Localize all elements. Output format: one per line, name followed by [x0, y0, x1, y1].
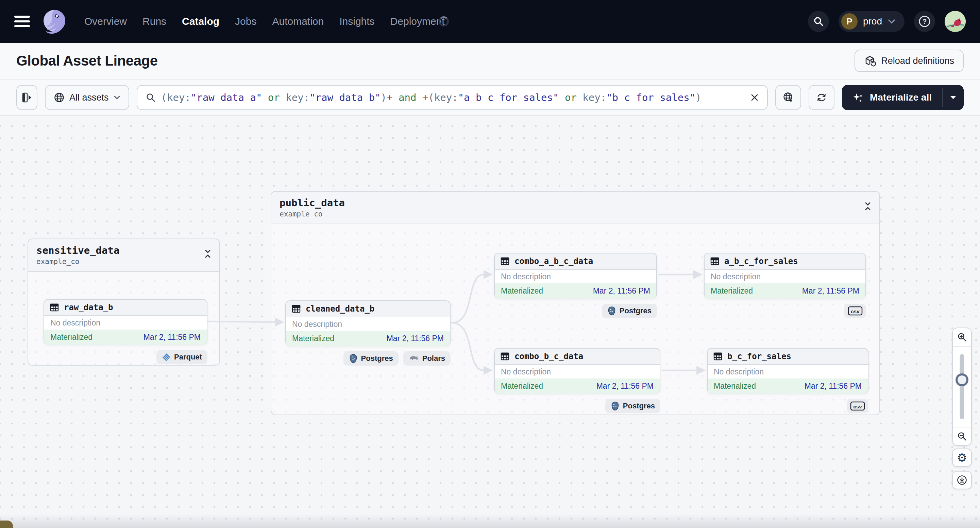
- zoom-slider-track[interactable]: [960, 354, 964, 419]
- user-avatar[interactable]: [945, 11, 966, 32]
- open-panel-icon: [21, 92, 32, 103]
- asset-description: No description: [708, 365, 868, 379]
- nav-item-automation[interactable]: Automation: [272, 16, 324, 27]
- asset-node-combo_b_c_data[interactable]: combo_b_c_data No description Materializ…: [494, 348, 660, 393]
- status-label: Materialized: [711, 286, 753, 296]
- workspace-avatar: P: [841, 13, 858, 30]
- group-subtitle: example_co: [37, 258, 211, 266]
- postgres-badge: Postgres: [602, 304, 657, 318]
- polars-icon: [409, 355, 419, 362]
- page-header: Global Asset Lineage Reload definitions: [0, 43, 980, 79]
- lineage-canvas[interactable]: sensitive_data example_co public_data ex…: [0, 116, 980, 528]
- asset-node-b_c_for_sales[interactable]: b_c_for_sales No description Materialize…: [707, 348, 869, 393]
- asset-status-row[interactable]: Materialized Mar 2, 11:56 PM: [44, 330, 207, 344]
- collapse-group-icon[interactable]: [864, 201, 872, 211]
- status-timestamp: Mar 2, 11:56 PM: [387, 334, 444, 343]
- asset-badges: Postgres: [494, 399, 660, 413]
- nav-item-insights[interactable]: Insights: [339, 16, 374, 27]
- asset-badges: Parquet: [43, 350, 207, 364]
- globe-icon: [54, 92, 65, 103]
- postgres-icon: [607, 306, 616, 316]
- parquet-badge: Parquet: [156, 350, 207, 364]
- dagster-logo-icon[interactable]: [40, 7, 69, 36]
- nav-item-runs[interactable]: Runs: [143, 16, 166, 27]
- zoom-control-panel: [952, 328, 972, 446]
- chevron-down-icon: [888, 19, 896, 24]
- status-label: Materialized: [714, 382, 756, 391]
- asset-search-input[interactable]: (key:"raw_data_a" or key:"raw_data_b")+ …: [137, 85, 768, 110]
- asset-name: combo_b_c_data: [514, 352, 583, 361]
- refresh-icon: [816, 92, 827, 103]
- zoom-slider-handle[interactable]: [956, 373, 969, 386]
- nav-menu: OverviewRunsCatalogJobsAutomationInsight…: [84, 16, 445, 27]
- lineage-toolbar: All assets (key:"raw_data_a" or key:"raw…: [0, 80, 980, 116]
- asset-node-raw_data_b[interactable]: raw_data_b No description Materialized M…: [43, 299, 207, 344]
- search-icon: [146, 92, 156, 103]
- badge-label: Parquet: [174, 353, 202, 362]
- asset-status-row[interactable]: Materialized Mar 2, 11:56 PM: [708, 379, 868, 393]
- status-label: Materialized: [501, 382, 543, 391]
- table-icon: [500, 257, 510, 266]
- table-icon: [49, 303, 59, 312]
- nav-item-deployment[interactable]: Deployment: [390, 16, 445, 27]
- svg-text:csv: csv: [851, 309, 860, 314]
- help-button[interactable]: ?: [914, 11, 935, 32]
- collapse-group-icon[interactable]: [204, 249, 212, 259]
- asset-group-header[interactable]: sensitive_data example_co: [28, 239, 220, 272]
- reload-definitions-button[interactable]: Reload definitions: [854, 49, 964, 72]
- asset-badges: csv: [704, 304, 866, 318]
- asset-group-header[interactable]: public_data example_co: [271, 192, 879, 224]
- asset-scope-label: All assets: [69, 92, 109, 103]
- open-sidebar-button[interactable]: [16, 85, 37, 110]
- asset-badges: Postgres: [494, 304, 657, 318]
- clear-search-icon[interactable]: [750, 93, 759, 102]
- materialize-all-button[interactable]: Materialize all: [842, 85, 964, 110]
- postgres-badge: Postgres: [605, 399, 660, 413]
- chevron-down-icon: [114, 95, 120, 100]
- refresh-button[interactable]: [809, 85, 834, 110]
- status-timestamp: Mar 2, 11:56 PM: [593, 286, 650, 296]
- zoom-in-button[interactable]: [953, 328, 971, 347]
- table-icon: [710, 257, 719, 266]
- zoom-out-button[interactable]: [953, 427, 971, 445]
- asset-status-row[interactable]: Materialized Mar 2, 11:56 PM: [286, 331, 450, 346]
- status-timestamp: Mar 2, 11:56 PM: [143, 333, 200, 342]
- postgres-icon: [611, 401, 620, 411]
- table-icon: [713, 352, 722, 361]
- zoom-slider[interactable]: [953, 347, 971, 427]
- search-query[interactable]: (key:"raw_data_a" or key:"raw_data_b")+ …: [161, 92, 745, 103]
- search-button[interactable]: [808, 11, 829, 32]
- asset-description: No description: [495, 365, 660, 379]
- asset-node-combo_a_b_c_data[interactable]: combo_a_b_c_data No description Material…: [494, 253, 657, 298]
- svg-text:csv: csv: [853, 404, 862, 409]
- nav-item-overview[interactable]: Overview: [84, 16, 127, 27]
- postgres-badge: Postgres: [344, 351, 399, 366]
- asset-status-row[interactable]: Materialized Mar 2, 11:56 PM: [705, 283, 865, 298]
- asset-status-row[interactable]: Materialized Mar 2, 11:56 PM: [495, 379, 660, 393]
- asset-name: a_b_c_for_sales: [724, 257, 798, 266]
- asset-name: b_c_for_sales: [727, 352, 791, 361]
- hamburger-menu-icon[interactable]: [14, 16, 30, 27]
- download-image-button[interactable]: [952, 471, 972, 489]
- materialize-options-caret[interactable]: [943, 85, 964, 110]
- asset-status-row[interactable]: Materialized Mar 2, 11:56 PM: [495, 283, 656, 298]
- group-subtitle: example_co: [280, 210, 871, 218]
- asset-description: No description: [44, 316, 207, 330]
- asset-node-a_b_c_for_sales[interactable]: a_b_c_for_sales No description Materiali…: [704, 253, 866, 298]
- graph-settings-button[interactable]: ⚙: [952, 449, 972, 467]
- polars-badge: Polars: [403, 351, 450, 366]
- filter-to-selection-button[interactable]: [775, 85, 801, 110]
- nav-item-catalog[interactable]: Catalog: [182, 16, 220, 27]
- csv-icon: csv: [848, 306, 863, 316]
- badge-label: Postgres: [361, 354, 393, 363]
- zoom-out-icon: [957, 431, 967, 441]
- asset-node-cleaned_data_b[interactable]: cleaned_data_b No description Materializ…: [285, 300, 450, 346]
- asset-name: combo_a_b_c_data: [514, 257, 593, 266]
- nav-item-jobs[interactable]: Jobs: [235, 16, 256, 27]
- workspace-name: prod: [863, 16, 882, 27]
- workspace-selector[interactable]: P prod: [838, 11, 905, 32]
- postgres-icon: [349, 354, 358, 363]
- asset-scope-dropdown[interactable]: All assets: [45, 85, 129, 110]
- materialize-all-label: Materialize all: [870, 92, 932, 103]
- group-title: sensitive_data: [37, 245, 211, 256]
